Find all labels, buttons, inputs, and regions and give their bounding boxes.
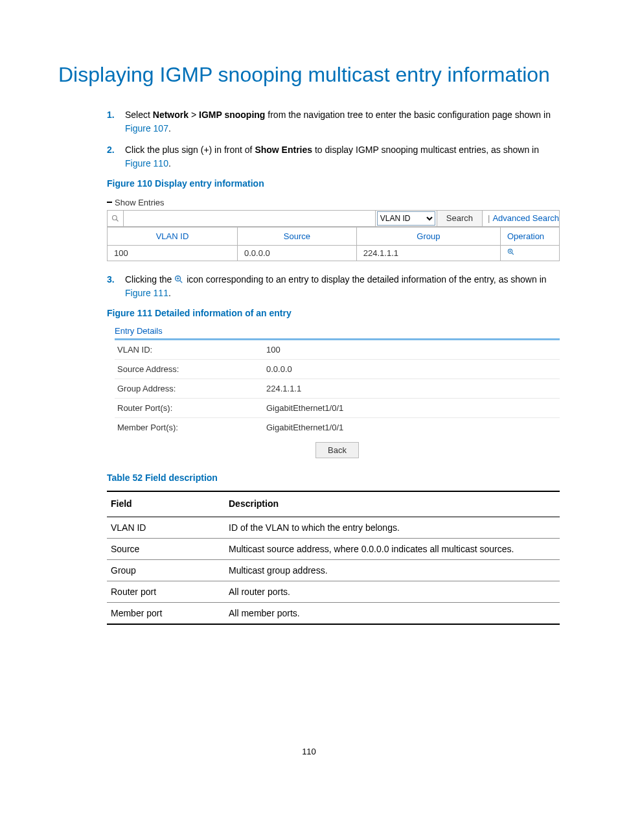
table-row: Group Multicast group address. xyxy=(107,559,560,581)
col-vlan-id[interactable]: VLAN ID xyxy=(108,227,238,245)
collapse-icon[interactable] xyxy=(107,202,112,203)
cell-field: Source xyxy=(107,538,225,559)
text: from the navigation tree to enter the ba… xyxy=(265,110,551,120)
detail-value: 224.1.1.1 xyxy=(266,384,557,393)
table-row: Member port All member ports. xyxy=(107,602,560,624)
detail-row: Router Port(s): GigabitEthernet1/0/1 xyxy=(115,399,560,418)
step-body: Clicking the icon corresponding to an en… xyxy=(125,273,560,300)
step-number: 2. xyxy=(107,143,125,157)
cell-field: Group xyxy=(107,559,225,581)
detail-row: VLAN ID: 100 xyxy=(115,340,560,360)
svg-line-7 xyxy=(180,280,183,283)
show-entries-header[interactable]: Show Entries xyxy=(107,196,560,210)
magnify-plus-icon xyxy=(174,274,187,285)
detail-label: Group Address: xyxy=(117,384,266,393)
table-row: VLAN ID ID of the VLAN to which the entr… xyxy=(107,517,560,538)
col-group[interactable]: Group xyxy=(356,227,500,245)
detail-label: Source Address: xyxy=(117,364,266,374)
cell-field: Member port xyxy=(107,602,225,624)
step-2: 2. Click the plus sign (+) in front of S… xyxy=(107,143,560,170)
search-icon xyxy=(108,211,124,226)
cell-field: Router port xyxy=(107,581,225,602)
detail-row: Member Port(s): GigabitEthernet1/0/1 xyxy=(115,418,560,437)
text: > xyxy=(189,110,199,120)
page-number: 110 xyxy=(58,636,560,756)
magnifier-icon xyxy=(111,215,119,222)
text: . xyxy=(168,288,171,298)
svg-line-1 xyxy=(117,219,119,221)
svg-point-0 xyxy=(113,215,117,220)
text-bold: IGMP snooping xyxy=(199,110,265,120)
step-body: Click the plus sign (+) in front of Show… xyxy=(125,143,560,170)
cell-desc: ID of the VLAN to which the entry belong… xyxy=(225,517,560,538)
show-entries-panel: Show Entries VLAN ID Search |Advanced Se… xyxy=(107,196,560,261)
detail-row: Group Address: 224.1.1.1 xyxy=(115,379,560,399)
separator: | xyxy=(488,213,492,223)
cell-operation xyxy=(501,245,560,261)
advanced-search-link[interactable]: |Advanced Search xyxy=(483,211,559,226)
col-operation: Operation xyxy=(501,227,560,245)
cell-group: 224.1.1.1 xyxy=(356,245,500,261)
figure-ref-link[interactable]: Figure 107 xyxy=(125,123,168,134)
text: to display IGMP snooping multicast entri… xyxy=(312,145,539,155)
text-bold: Show Entries xyxy=(255,145,312,155)
text: Select xyxy=(125,110,153,120)
show-entries-label: Show Entries xyxy=(115,198,165,207)
search-button[interactable]: Search xyxy=(437,211,483,226)
cell-desc: Multicast group address. xyxy=(225,559,560,581)
table-row: Source Multicast source address, where 0… xyxy=(107,538,560,559)
step-3: 3. Clicking the icon corresponding to an… xyxy=(107,273,560,300)
detail-value: GigabitEthernet1/0/1 xyxy=(266,403,557,413)
text-bold: Network xyxy=(153,110,189,120)
text: icon corresponding to an entry to displa… xyxy=(187,274,546,285)
field-description-table: Field Description VLAN ID ID of the VLAN… xyxy=(107,491,560,625)
detail-value: 100 xyxy=(266,345,557,355)
svg-line-3 xyxy=(512,252,514,254)
view-details-icon[interactable] xyxy=(507,248,515,258)
detail-value: GigabitEthernet1/0/1 xyxy=(266,423,557,432)
text: . xyxy=(168,123,171,134)
cell-desc: All member ports. xyxy=(225,602,560,624)
text: Clicking the xyxy=(125,274,174,285)
back-button[interactable]: Back xyxy=(315,442,359,458)
table-caption: Table 52 Field description xyxy=(107,472,560,483)
detail-label: Member Port(s): xyxy=(117,423,266,432)
cell-desc: All router ports. xyxy=(225,581,560,602)
search-bar: VLAN ID Search |Advanced Search xyxy=(107,210,560,227)
steps-list: 1. Select Network > IGMP snooping from t… xyxy=(107,108,560,170)
col-source[interactable]: Source xyxy=(238,227,357,245)
table-row: 100 0.0.0.0 224.1.1.1 xyxy=(108,245,560,261)
search-input[interactable] xyxy=(124,211,376,226)
search-field-select[interactable]: VLAN ID xyxy=(377,211,435,226)
step-body: Select Network > IGMP snooping from the … xyxy=(125,108,560,135)
header-description: Description xyxy=(225,491,560,517)
step-number: 1. xyxy=(107,108,125,122)
cell-desc: Multicast source address, where 0.0.0.0 … xyxy=(225,538,560,559)
entry-details-title: Entry Details xyxy=(115,326,560,338)
header-field: Field xyxy=(107,491,225,517)
detail-label: VLAN ID: xyxy=(117,345,266,355)
detail-row: Source Address: 0.0.0.0 xyxy=(115,360,560,379)
step-number: 3. xyxy=(107,273,125,286)
advanced-search-label: Advanced Search xyxy=(492,213,559,223)
detail-label: Router Port(s): xyxy=(117,403,266,413)
figure-caption: Figure 111 Detailed information of an en… xyxy=(107,308,560,318)
cell-vlan-id: 100 xyxy=(108,245,238,261)
cell-source: 0.0.0.0 xyxy=(238,245,357,261)
entry-details-panel: Entry Details VLAN ID: 100 Source Addres… xyxy=(107,326,560,461)
figure-ref-link[interactable]: Figure 110 xyxy=(125,158,168,169)
text: Click the plus sign (+) in front of xyxy=(125,145,255,155)
page-title: Displaying IGMP snooping multicast entry… xyxy=(58,62,560,89)
figure-ref-link[interactable]: Figure 111 xyxy=(125,288,168,298)
step-1: 1. Select Network > IGMP snooping from t… xyxy=(107,108,560,135)
cell-field: VLAN ID xyxy=(107,517,225,538)
figure-caption: Figure 110 Display entry information xyxy=(107,178,560,189)
text: . xyxy=(168,158,171,169)
entries-table: VLAN ID Source Group Operation 100 0.0.0… xyxy=(107,227,560,261)
detail-value: 0.0.0.0 xyxy=(266,364,557,374)
table-row: Router port All router ports. xyxy=(107,581,560,602)
